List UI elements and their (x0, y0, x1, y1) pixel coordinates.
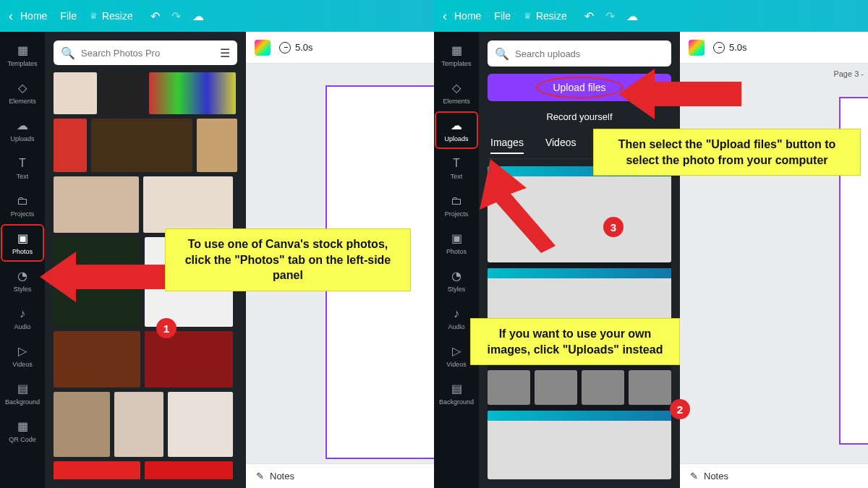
audio-icon: ♪ (449, 307, 464, 321)
clock-icon (713, 42, 725, 53)
photo-thumb[interactable] (145, 331, 233, 388)
styles-icon: ◔ (15, 269, 30, 283)
arrow-to-upload-btn (618, 61, 741, 127)
upload-thumb[interactable] (629, 370, 671, 405)
notes-bar[interactable]: ✎Notes (680, 463, 868, 488)
arrow-to-photos (40, 244, 170, 309)
audio-icon: ♪ (15, 307, 30, 321)
color-picker[interactable] (689, 40, 705, 56)
redo-icon[interactable]: ↷ (605, 9, 615, 23)
photos-icon: ▣ (15, 231, 30, 246)
photo-thumb[interactable] (54, 331, 140, 388)
search-input[interactable] (515, 48, 664, 59)
undo-icon[interactable]: ↶ (150, 9, 160, 23)
rail-videos[interactable]: ▷Videos (1, 337, 44, 374)
callout-1: To use one of Canva's stock photos, clic… (165, 228, 411, 291)
svg-marker-0 (40, 252, 170, 302)
rail-text[interactable]: TText (1, 149, 44, 187)
search-bar: 🔍 ☰ (54, 40, 237, 65)
rail-photos[interactable]: ▣Photos (1, 224, 44, 262)
rail-photos[interactable]: ▣Photos (435, 224, 478, 262)
undo-icon[interactable]: ↶ (584, 9, 594, 23)
videos-icon: ▷ (15, 344, 30, 359)
photo-thumb[interactable] (54, 176, 139, 233)
color-picker[interactable] (255, 40, 271, 56)
uploads-icon: ☁ (449, 119, 464, 133)
photo-thumb[interactable] (143, 176, 233, 233)
rail-elements[interactable]: ◇Elements (1, 74, 44, 111)
side-rail-left: ▦Templates ◇Elements ☁Uploads TText 🗀Pro… (0, 32, 45, 488)
search-input[interactable] (81, 48, 214, 59)
home-link[interactable]: Home (20, 10, 47, 22)
rail-audio[interactable]: ♪Audio (1, 299, 44, 337)
rail-templates[interactable]: ▦Templates (1, 36, 44, 74)
badge-2: 2 (670, 399, 690, 419)
search-icon: 🔍 (495, 47, 509, 61)
file-menu[interactable]: File (494, 10, 511, 22)
crown-icon: ♕ (90, 11, 98, 21)
photo-thumb[interactable] (91, 119, 192, 172)
text-icon: T (449, 156, 464, 171)
upload-thumb[interactable] (535, 370, 577, 405)
rail-projects[interactable]: 🗀Projects (435, 187, 478, 224)
highlight-oval (536, 77, 623, 98)
rail-background[interactable]: ▤Background (1, 374, 44, 412)
upload-strip (488, 370, 671, 405)
resize-menu[interactable]: Resize (536, 10, 567, 22)
uploads-icon: ☁ (15, 119, 30, 133)
background-icon: ▤ (449, 382, 464, 396)
canvas-toolbar: 5.0s (246, 32, 434, 64)
notes-bar[interactable]: ✎Notes (246, 463, 434, 488)
rail-uploads[interactable]: ☁Uploads (1, 111, 44, 149)
page-label: Page 3 - (833, 69, 864, 78)
photo-thumb[interactable] (54, 72, 97, 114)
upload-thumb[interactable] (488, 370, 530, 405)
tab-images[interactable]: Images (490, 137, 524, 154)
photo-thumb[interactable] (54, 119, 87, 172)
adjust-icon[interactable]: ☰ (220, 46, 230, 60)
tab-videos[interactable]: Videos (545, 137, 576, 154)
rail-styles[interactable]: ◔Styles (1, 262, 44, 299)
redo-icon[interactable]: ↷ (171, 9, 181, 23)
rail-uploads[interactable]: ☁Uploads (435, 111, 478, 149)
canvas-toolbar: 5.0s (680, 32, 868, 64)
photo-thumb[interactable] (101, 72, 145, 114)
photo-thumb[interactable] (54, 461, 140, 479)
side-rail-right: ▦Templates ◇Elements ☁Uploads TText 🗀Pro… (434, 32, 479, 488)
badge-1: 1 (156, 318, 176, 338)
topbar: ‹ Home File ♕ Resize ↶ ↷ ☁ (0, 0, 434, 32)
projects-icon: 🗀 (449, 194, 464, 208)
duration[interactable]: 5.0s (279, 42, 313, 53)
rail-background[interactable]: ▤Background (435, 374, 478, 412)
cloud-sync-icon[interactable]: ☁ (192, 9, 204, 23)
background-icon: ▤ (15, 382, 30, 396)
photo-thumb[interactable] (114, 392, 163, 457)
callout-3: Then select the "Upload files" button to… (593, 129, 861, 176)
file-menu[interactable]: File (60, 10, 77, 22)
text-icon: T (15, 156, 30, 171)
photos-icon: ▣ (449, 231, 464, 246)
rail-text[interactable]: TText (435, 149, 478, 187)
photo-thumb[interactable] (168, 392, 233, 457)
upload-thumb[interactable] (582, 370, 624, 405)
rail-qrcode[interactable]: ▦QR Code (1, 412, 44, 450)
callout-2: If you want to use your own images, clic… (470, 318, 680, 365)
rail-projects[interactable]: 🗀Projects (1, 187, 44, 224)
home-link[interactable]: Home (454, 10, 481, 22)
upload-thumb[interactable] (488, 411, 671, 479)
photo-thumb[interactable] (197, 119, 237, 172)
rail-elements[interactable]: ◇Elements (435, 74, 478, 111)
back-icon[interactable]: ‹ (443, 9, 447, 24)
back-icon[interactable]: ‹ (9, 9, 13, 24)
resize-menu[interactable]: Resize (102, 10, 133, 22)
rail-styles[interactable]: ◔Styles (435, 262, 478, 299)
templates-icon: ▦ (15, 43, 30, 58)
cloud-sync-icon[interactable]: ☁ (626, 9, 638, 23)
projects-icon: 🗀 (15, 194, 30, 208)
photo-thumb[interactable] (149, 72, 236, 114)
duration[interactable]: 5.0s (713, 42, 747, 53)
templates-icon: ▦ (449, 43, 464, 58)
rail-templates[interactable]: ▦Templates (435, 36, 478, 74)
photo-thumb[interactable] (54, 392, 110, 457)
photo-thumb[interactable] (145, 461, 233, 479)
